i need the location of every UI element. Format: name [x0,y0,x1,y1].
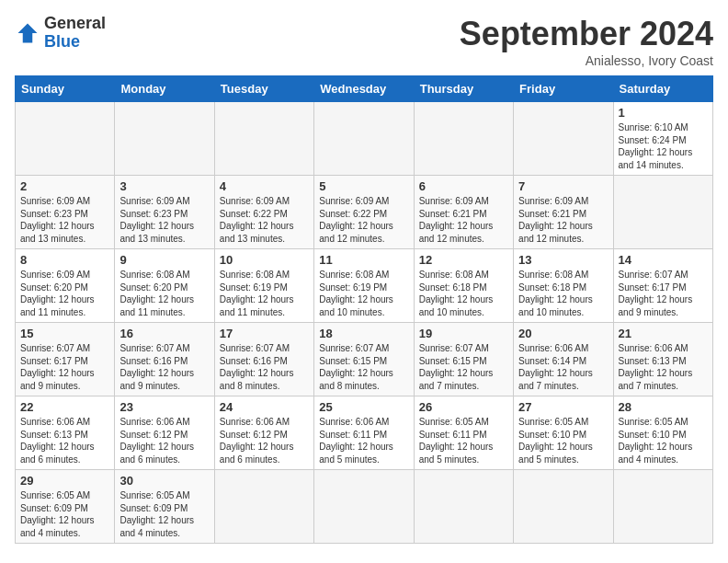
day-info: Sunrise: 6:06 AMSunset: 6:11 PMDaylight:… [319,416,408,465]
empty-cell [16,102,115,176]
day-number: 30 [119,474,209,488]
header-saturday: Saturday [613,76,712,102]
day-number: 25 [319,400,408,414]
calendar-cell: 4Sunrise: 6:09 AMSunset: 6:22 PMDaylight… [214,176,313,249]
calendar-cell: 7Sunrise: 6:09 AMSunset: 6:21 PMDaylight… [514,176,613,249]
day-number: 22 [20,400,109,414]
day-number: 4 [220,179,309,193]
day-info: Sunrise: 6:06 AMSunset: 6:12 PMDaylight:… [119,416,209,465]
calendar-header: SundayMondayTuesdayWednesdayThursdayFrid… [16,76,713,102]
calendar-cell: 9Sunrise: 6:08 AMSunset: 6:20 PMDaylight… [115,249,214,323]
location-subtitle: Anialesso, Ivory Coast [460,53,713,68]
day-info: Sunrise: 6:09 AMSunset: 6:22 PMDaylight:… [319,195,408,245]
calendar-cell: 5Sunrise: 6:09 AMSunset: 6:22 PMDaylight… [314,176,414,249]
calendar-cell [414,470,513,544]
calendar-cell [613,470,712,544]
calendar-row: 29Sunrise: 6:05 AMSunset: 6:09 PMDayligh… [16,470,713,544]
calendar-cell: 2Sunrise: 6:09 AMSunset: 6:23 PMDaylight… [16,176,115,249]
header-friday: Friday [514,76,613,102]
day-info: Sunrise: 6:08 AMSunset: 6:19 PMDaylight:… [220,269,309,318]
calendar-table: SundayMondayTuesdayWednesdayThursdayFrid… [15,75,713,544]
calendar-cell [314,470,414,544]
day-info: Sunrise: 6:08 AMSunset: 6:19 PMDaylight:… [319,269,408,318]
calendar-cell: 3Sunrise: 6:09 AMSunset: 6:23 PMDaylight… [115,176,214,249]
day-number: 9 [119,253,209,267]
svg-marker-0 [18,23,38,42]
day-info: Sunrise: 6:05 AMSunset: 6:11 PMDaylight:… [419,416,508,465]
calendar-cell: 11Sunrise: 6:08 AMSunset: 6:19 PMDayligh… [314,249,414,323]
day-number: 16 [119,327,209,340]
day-info: Sunrise: 6:06 AMSunset: 6:13 PMDaylight:… [20,416,109,465]
empty-cell [115,102,214,176]
logo-blue: Blue [44,33,106,52]
day-number: 21 [619,327,708,340]
day-info: Sunrise: 6:09 AMSunset: 6:23 PMDaylight:… [119,195,209,245]
day-number: 26 [419,400,508,414]
day-number: 29 [20,474,109,488]
day-info: Sunrise: 6:08 AMSunset: 6:20 PMDaylight:… [119,269,209,318]
day-info: Sunrise: 6:07 AMSunset: 6:15 PMDaylight:… [419,342,508,392]
day-number: 24 [220,400,309,414]
calendar-row: 15Sunrise: 6:07 AMSunset: 6:17 PMDayligh… [16,323,713,396]
day-info: Sunrise: 6:05 AMSunset: 6:10 PMDaylight:… [619,416,708,465]
day-info: Sunrise: 6:07 AMSunset: 6:17 PMDaylight:… [20,342,109,392]
day-info: Sunrise: 6:07 AMSunset: 6:16 PMDaylight:… [119,342,209,392]
day-number: 12 [419,253,508,267]
day-info: Sunrise: 6:05 AMSunset: 6:10 PMDaylight:… [518,416,608,465]
calendar-cell: 25Sunrise: 6:06 AMSunset: 6:11 PMDayligh… [314,396,414,470]
day-number: 18 [319,327,408,340]
day-number: 17 [220,327,309,340]
day-info: Sunrise: 6:06 AMSunset: 6:14 PMDaylight:… [518,342,608,392]
empty-cell [314,102,414,176]
calendar-row: 8Sunrise: 6:09 AMSunset: 6:20 PMDaylight… [16,249,713,323]
header-wednesday: Wednesday [314,76,414,102]
header-tuesday: Tuesday [214,76,313,102]
calendar-cell: 13Sunrise: 6:08 AMSunset: 6:18 PMDayligh… [514,249,613,323]
day-info: Sunrise: 6:08 AMSunset: 6:18 PMDaylight:… [419,269,508,318]
day-number: 27 [518,400,608,414]
logo: General Blue [15,15,106,52]
day-number: 8 [20,253,109,267]
day-info: Sunrise: 6:09 AMSunset: 6:21 PMDaylight:… [518,195,608,245]
empty-cell [214,102,313,176]
calendar-cell: 10Sunrise: 6:08 AMSunset: 6:19 PMDayligh… [214,249,313,323]
calendar-cell: 23Sunrise: 6:06 AMSunset: 6:12 PMDayligh… [115,396,214,470]
header-sunday: Sunday [16,76,115,102]
day-number: 15 [20,327,109,340]
day-info: Sunrise: 6:07 AMSunset: 6:15 PMDaylight:… [319,342,408,392]
title-area: September 2024 Anialesso, Ivory Coast [460,15,713,68]
calendar-cell: 8Sunrise: 6:09 AMSunset: 6:20 PMDaylight… [16,249,115,323]
empty-cell [414,102,513,176]
calendar-row: 22Sunrise: 6:06 AMSunset: 6:13 PMDayligh… [16,396,713,470]
logo-general: General [44,15,106,33]
day-info: Sunrise: 6:06 AMSunset: 6:13 PMDaylight:… [619,342,708,392]
calendar-cell: 12Sunrise: 6:08 AMSunset: 6:18 PMDayligh… [414,249,513,323]
calendar-row: 2Sunrise: 6:09 AMSunset: 6:23 PMDaylight… [16,176,713,249]
calendar-cell: 6Sunrise: 6:09 AMSunset: 6:21 PMDaylight… [414,176,513,249]
day-info: Sunrise: 6:06 AMSunset: 6:12 PMDaylight:… [220,416,309,465]
logo-icon [15,20,40,46]
calendar-cell: 28Sunrise: 6:05 AMSunset: 6:10 PMDayligh… [613,396,712,470]
day-number: 10 [220,253,309,267]
calendar-cell: 17Sunrise: 6:07 AMSunset: 6:16 PMDayligh… [214,323,313,396]
day-number: 23 [119,400,209,414]
day-number: 28 [619,400,708,414]
header-monday: Monday [115,76,214,102]
header-row: SundayMondayTuesdayWednesdayThursdayFrid… [16,76,713,102]
day-number: 7 [518,179,608,193]
calendar-cell: 24Sunrise: 6:06 AMSunset: 6:12 PMDayligh… [214,396,313,470]
day-info: Sunrise: 6:08 AMSunset: 6:18 PMDaylight:… [518,269,608,318]
day-info: Sunrise: 6:05 AMSunset: 6:09 PMDaylight:… [119,489,209,539]
calendar-cell: 18Sunrise: 6:07 AMSunset: 6:15 PMDayligh… [314,323,414,396]
calendar-cell: 30Sunrise: 6:05 AMSunset: 6:09 PMDayligh… [115,470,214,544]
day-info: Sunrise: 6:05 AMSunset: 6:09 PMDaylight:… [20,489,109,539]
calendar-cell: 16Sunrise: 6:07 AMSunset: 6:16 PMDayligh… [115,323,214,396]
day-info: Sunrise: 6:09 AMSunset: 6:20 PMDaylight:… [20,269,109,318]
day-number: 3 [119,179,209,193]
calendar-row: 1Sunrise: 6:10 AMSunset: 6:24 PMDaylight… [16,102,713,176]
day-info: Sunrise: 6:09 AMSunset: 6:22 PMDaylight:… [220,195,309,245]
calendar-body: 1Sunrise: 6:10 AMSunset: 6:24 PMDaylight… [16,102,713,544]
day-number: 1 [619,106,708,120]
day-number: 19 [419,327,508,340]
calendar-cell: 26Sunrise: 6:05 AMSunset: 6:11 PMDayligh… [414,396,513,470]
